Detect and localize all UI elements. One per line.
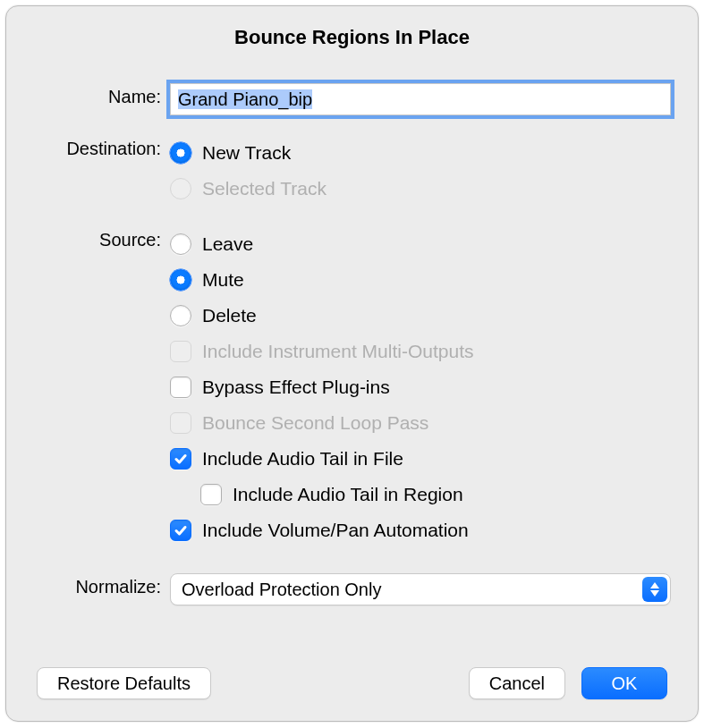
destination-new-track-label: New Track xyxy=(202,142,291,164)
checkbox-icon xyxy=(170,341,191,362)
destination-row: Destination: New Track Selected Track xyxy=(31,135,673,207)
destination-selected-track-option: Selected Track xyxy=(170,171,673,207)
bypass-fx-option[interactable]: Bypass Effect Plug-ins xyxy=(170,369,673,405)
radio-icon xyxy=(170,305,191,326)
include-tail-file-option[interactable]: Include Audio Tail in File xyxy=(170,441,673,477)
include-automation-option[interactable]: Include Volume/Pan Automation xyxy=(170,512,673,548)
bypass-fx-label: Bypass Effect Plug-ins xyxy=(202,377,390,398)
source-row: Source: Leave Mute Delete Include Instru… xyxy=(31,226,673,548)
source-delete-label: Delete xyxy=(202,305,257,326)
include-automation-label: Include Volume/Pan Automation xyxy=(202,520,469,541)
source-mute-option[interactable]: Mute xyxy=(170,262,673,298)
source-delete-option[interactable]: Delete xyxy=(170,298,673,334)
checkbox-icon xyxy=(170,412,191,434)
bounce-second-loop-option: Bounce Second Loop Pass xyxy=(170,405,673,441)
normalize-value: Overload Protection Only xyxy=(182,580,381,600)
normalize-row: Normalize: Overload Protection Only xyxy=(31,573,673,605)
dialog-title: Bounce Regions In Place xyxy=(6,6,698,55)
bounce-second-loop-label: Bounce Second Loop Pass xyxy=(202,412,428,434)
radio-icon xyxy=(170,178,191,199)
radio-icon xyxy=(170,269,191,291)
dialog-footer: Restore Defaults Cancel OK xyxy=(6,667,698,699)
name-row: Name: Grand Piano_bip xyxy=(31,83,673,115)
normalize-select[interactable]: Overload Protection Only xyxy=(170,573,671,605)
bounce-regions-dialog: Bounce Regions In Place Name: Grand Pian… xyxy=(5,5,699,722)
restore-defaults-button[interactable]: Restore Defaults xyxy=(37,667,211,699)
radio-icon xyxy=(170,233,191,255)
destination-label: Destination: xyxy=(31,135,170,159)
name-label: Name: xyxy=(31,83,170,107)
destination-selected-track-label: Selected Track xyxy=(202,178,327,199)
normalize-label: Normalize: xyxy=(31,573,170,597)
include-multi-outputs-option: Include Instrument Multi-Outputs xyxy=(170,334,673,369)
name-input-text: Grand Piano_bip xyxy=(178,89,312,109)
source-leave-option[interactable]: Leave xyxy=(170,226,673,262)
checkbox-icon xyxy=(170,377,191,398)
include-tail-region-label: Include Audio Tail in Region xyxy=(233,484,463,505)
source-leave-label: Leave xyxy=(202,233,253,255)
checkbox-icon xyxy=(170,448,191,470)
include-tail-file-label: Include Audio Tail in File xyxy=(202,448,403,470)
checkbox-icon xyxy=(170,520,191,541)
include-tail-region-option[interactable]: Include Audio Tail in Region xyxy=(170,477,673,512)
radio-icon xyxy=(170,142,191,164)
name-input[interactable]: Grand Piano_bip xyxy=(170,83,671,115)
include-multi-outputs-label: Include Instrument Multi-Outputs xyxy=(202,341,473,362)
destination-new-track-option[interactable]: New Track xyxy=(170,135,673,171)
updown-arrows-icon xyxy=(642,577,667,602)
source-mute-label: Mute xyxy=(202,269,244,291)
ok-button[interactable]: OK xyxy=(581,667,667,699)
source-label: Source: xyxy=(31,226,170,250)
checkbox-icon xyxy=(200,484,222,505)
dialog-form: Name: Grand Piano_bip Destination: New T… xyxy=(6,55,698,605)
cancel-button[interactable]: Cancel xyxy=(469,667,565,699)
